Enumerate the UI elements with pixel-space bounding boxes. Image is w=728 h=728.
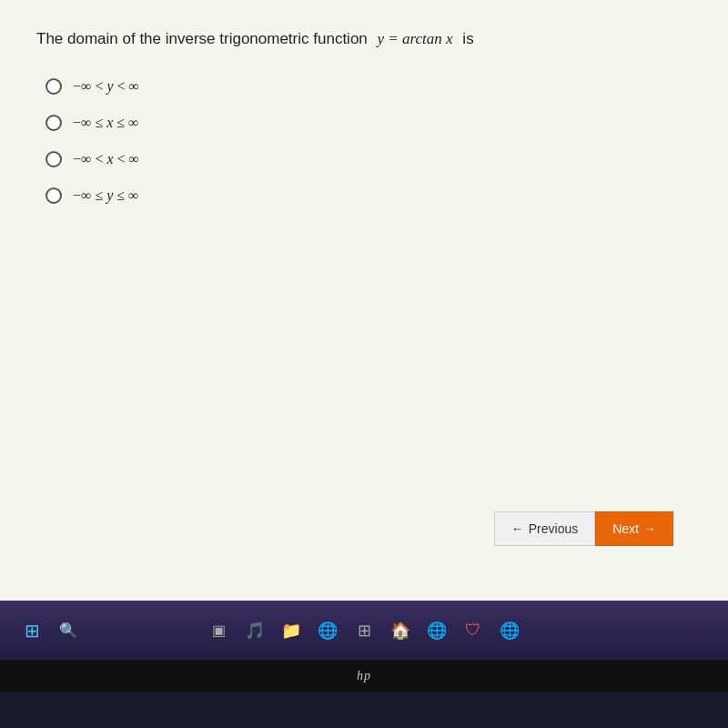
next-arrow-icon: → <box>643 521 656 536</box>
option-d-label: −∞ ≤ y ≤ ∞ <box>73 187 139 204</box>
browser-icon: 🌐 <box>318 621 338 641</box>
edge-browser-icon[interactable]: 🌐 <box>314 617 341 644</box>
calendar-app-icon: ⊞ <box>358 621 371 641</box>
quiz-area: The domain of the inverse trigonometric … <box>0 0 728 601</box>
radio-b[interactable] <box>46 115 62 131</box>
taskbar-left: ⊞ 🔍 <box>18 617 82 644</box>
house-icon: 🏠 <box>390 621 410 641</box>
task-view-icon[interactable]: ▣ <box>205 617 232 644</box>
hp-bar: hp <box>0 660 728 692</box>
prev-arrow-icon: ← <box>511 521 524 536</box>
search-icon: 🔍 <box>59 622 77 639</box>
edge-icon: 🌐 <box>500 621 520 641</box>
calendar-icon[interactable]: ⊞ <box>350 617 378 644</box>
file-explorer-icon[interactable]: 📁 <box>278 617 305 644</box>
taskview-icon: ▣ <box>212 622 226 639</box>
previous-button[interactable]: ← Previous <box>494 511 595 546</box>
home-icon[interactable]: 🏠 <box>387 617 414 644</box>
question-prefix: The domain of the inverse trigonometric … <box>36 30 368 47</box>
windows-start-icon[interactable]: ⊞ <box>18 617 46 644</box>
taskbar-center-icons: ▣ 🎵 📁 🌐 ⊞ 🏠 🌐 🛡 🌐 <box>205 617 523 644</box>
option-a-label: −∞ < y < ∞ <box>73 78 139 95</box>
radio-a[interactable] <box>46 78 62 95</box>
options-list: −∞ < y < ∞ −∞ ≤ x ≤ ∞ −∞ < x < ∞ −∞ ≤ y … <box>46 78 692 204</box>
hp-logo-text: hp <box>357 669 371 683</box>
previous-label: Previous <box>529 521 578 536</box>
edge-icon-2[interactable]: 🌐 <box>496 617 523 644</box>
option-c[interactable]: −∞ < x < ∞ <box>46 151 692 167</box>
taskbar: ⊞ 🔍 ▣ 🎵 📁 🌐 ⊞ 🏠 <box>0 601 728 660</box>
question-function: y = arctan x <box>378 30 453 47</box>
option-b[interactable]: −∞ ≤ x ≤ ∞ <box>46 115 692 131</box>
folder-icon: 📁 <box>281 621 301 641</box>
world-icon: 🌐 <box>427 621 447 641</box>
option-c-label: −∞ < x < ∞ <box>73 151 139 167</box>
windows-logo-icon: ⊞ <box>25 620 40 642</box>
search-taskbar-icon[interactable]: 🔍 <box>55 617 82 644</box>
media-player-icon[interactable]: 🎵 <box>241 617 268 644</box>
next-label: Next <box>612 521 639 536</box>
screen: The domain of the inverse trigonometric … <box>0 0 728 728</box>
music-icon: 🎵 <box>245 621 265 641</box>
option-b-label: −∞ ≤ x ≤ ∞ <box>73 115 139 131</box>
nav-buttons: ← Previous Next → <box>494 511 673 546</box>
security-icon[interactable]: 🛡 <box>460 617 487 644</box>
option-d[interactable]: −∞ ≤ y ≤ ∞ <box>46 187 692 204</box>
question-text: The domain of the inverse trigonometric … <box>36 27 692 51</box>
question-suffix: is <box>462 30 473 47</box>
radio-d[interactable] <box>46 187 62 204</box>
globe-icon[interactable]: 🌐 <box>423 617 450 644</box>
option-a[interactable]: −∞ < y < ∞ <box>46 78 692 95</box>
next-button[interactable]: Next → <box>595 511 673 546</box>
shield-icon: 🛡 <box>465 621 481 640</box>
radio-c[interactable] <box>46 151 62 167</box>
